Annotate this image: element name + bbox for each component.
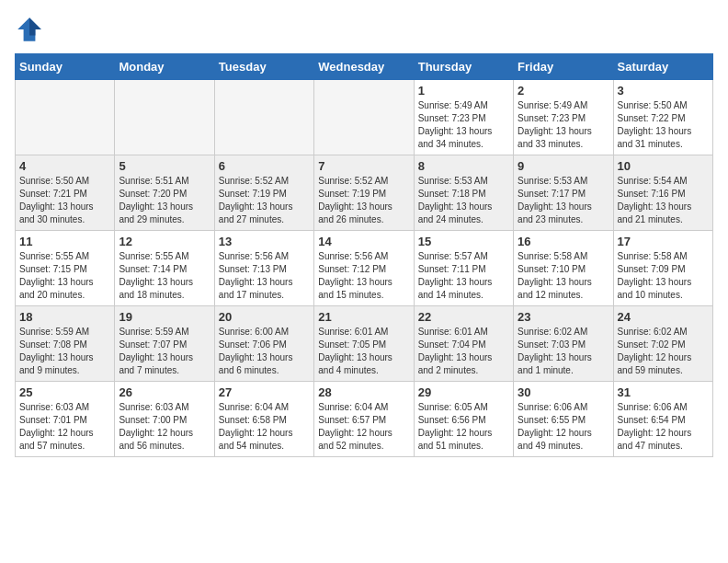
day-info: Sunrise: 5:56 AM Sunset: 7:13 PM Dayligh… bbox=[219, 250, 310, 302]
calendar-cell bbox=[314, 80, 414, 155]
day-number: 10 bbox=[618, 159, 709, 173]
calendar-cell: 9Sunrise: 5:53 AM Sunset: 7:17 PM Daylig… bbox=[514, 155, 613, 231]
calendar-cell: 13Sunrise: 5:56 AM Sunset: 7:13 PM Dayli… bbox=[214, 231, 313, 306]
calendar-cell bbox=[214, 80, 313, 155]
day-info: Sunrise: 6:01 AM Sunset: 7:05 PM Dayligh… bbox=[318, 326, 409, 377]
day-number: 7 bbox=[318, 159, 409, 173]
day-number: 16 bbox=[518, 235, 609, 248]
day-info: Sunrise: 5:59 AM Sunset: 7:07 PM Dayligh… bbox=[119, 326, 210, 377]
day-number: 20 bbox=[219, 310, 310, 324]
svg-marker-1 bbox=[29, 17, 41, 35]
day-number: 4 bbox=[19, 159, 110, 173]
day-info: Sunrise: 5:53 AM Sunset: 7:17 PM Dayligh… bbox=[518, 175, 609, 226]
calendar-cell: 6Sunrise: 5:52 AM Sunset: 7:19 PM Daylig… bbox=[214, 155, 313, 231]
calendar-cell: 10Sunrise: 5:54 AM Sunset: 7:16 PM Dayli… bbox=[613, 155, 712, 231]
calendar-cell: 4Sunrise: 5:50 AM Sunset: 7:21 PM Daylig… bbox=[16, 155, 115, 231]
calendar-cell: 19Sunrise: 5:59 AM Sunset: 7:07 PM Dayli… bbox=[115, 306, 214, 382]
day-info: Sunrise: 5:58 AM Sunset: 7:09 PM Dayligh… bbox=[618, 250, 709, 302]
day-number: 11 bbox=[19, 235, 110, 248]
header-sunday: Sunday bbox=[16, 54, 115, 80]
calendar-cell: 22Sunrise: 6:01 AM Sunset: 7:04 PM Dayli… bbox=[414, 306, 513, 382]
week-row-5: 25Sunrise: 6:03 AM Sunset: 7:01 PM Dayli… bbox=[16, 382, 713, 457]
day-number: 13 bbox=[219, 235, 310, 248]
day-number: 8 bbox=[418, 159, 509, 173]
day-info: Sunrise: 5:52 AM Sunset: 7:19 PM Dayligh… bbox=[219, 175, 310, 226]
calendar-cell: 7Sunrise: 5:52 AM Sunset: 7:19 PM Daylig… bbox=[314, 155, 414, 231]
header-tuesday: Tuesday bbox=[214, 54, 313, 80]
calendar-cell: 16Sunrise: 5:58 AM Sunset: 7:10 PM Dayli… bbox=[514, 231, 613, 306]
calendar-cell: 5Sunrise: 5:51 AM Sunset: 7:20 PM Daylig… bbox=[115, 155, 214, 231]
header-thursday: Thursday bbox=[414, 54, 513, 80]
page-header bbox=[15, 15, 713, 44]
day-number: 22 bbox=[418, 310, 509, 324]
day-info: Sunrise: 5:56 AM Sunset: 7:12 PM Dayligh… bbox=[318, 250, 409, 302]
calendar-cell: 2Sunrise: 5:49 AM Sunset: 7:23 PM Daylig… bbox=[514, 80, 613, 155]
calendar-cell bbox=[16, 80, 115, 155]
header-wednesday: Wednesday bbox=[314, 54, 414, 80]
day-number: 9 bbox=[518, 159, 609, 173]
day-number: 25 bbox=[19, 385, 110, 399]
day-number: 29 bbox=[418, 385, 509, 399]
day-number: 26 bbox=[119, 385, 210, 399]
day-info: Sunrise: 5:54 AM Sunset: 7:16 PM Dayligh… bbox=[618, 175, 709, 226]
calendar-cell: 31Sunrise: 6:06 AM Sunset: 6:54 PM Dayli… bbox=[613, 382, 712, 457]
calendar-cell: 14Sunrise: 5:56 AM Sunset: 7:12 PM Dayli… bbox=[314, 231, 414, 306]
calendar-cell: 18Sunrise: 5:59 AM Sunset: 7:08 PM Dayli… bbox=[16, 306, 115, 382]
calendar-cell: 20Sunrise: 6:00 AM Sunset: 7:06 PM Dayli… bbox=[214, 306, 313, 382]
calendar-cell: 29Sunrise: 6:05 AM Sunset: 6:56 PM Dayli… bbox=[414, 382, 513, 457]
day-info: Sunrise: 6:06 AM Sunset: 6:54 PM Dayligh… bbox=[618, 401, 709, 453]
day-number: 21 bbox=[318, 310, 409, 324]
day-info: Sunrise: 5:55 AM Sunset: 7:14 PM Dayligh… bbox=[119, 250, 210, 302]
logo-icon bbox=[15, 15, 44, 44]
week-row-1: 1Sunrise: 5:49 AM Sunset: 7:23 PM Daylig… bbox=[16, 80, 713, 155]
day-number: 27 bbox=[219, 385, 310, 399]
calendar-table: SundayMondayTuesdayWednesdayThursdayFrid… bbox=[15, 53, 713, 457]
day-info: Sunrise: 5:55 AM Sunset: 7:15 PM Dayligh… bbox=[19, 250, 110, 302]
day-info: Sunrise: 6:01 AM Sunset: 7:04 PM Dayligh… bbox=[418, 326, 509, 377]
day-number: 17 bbox=[618, 235, 709, 248]
day-info: Sunrise: 5:57 AM Sunset: 7:11 PM Dayligh… bbox=[418, 250, 509, 302]
calendar-cell: 24Sunrise: 6:02 AM Sunset: 7:02 PM Dayli… bbox=[613, 306, 712, 382]
calendar-cell: 3Sunrise: 5:50 AM Sunset: 7:22 PM Daylig… bbox=[613, 80, 712, 155]
day-info: Sunrise: 6:03 AM Sunset: 7:00 PM Dayligh… bbox=[119, 401, 210, 453]
day-info: Sunrise: 5:51 AM Sunset: 7:20 PM Dayligh… bbox=[119, 175, 210, 226]
calendar-cell: 23Sunrise: 6:02 AM Sunset: 7:03 PM Dayli… bbox=[514, 306, 613, 382]
day-info: Sunrise: 6:05 AM Sunset: 6:56 PM Dayligh… bbox=[418, 401, 509, 453]
day-number: 24 bbox=[618, 310, 709, 324]
calendar-cell: 25Sunrise: 6:03 AM Sunset: 7:01 PM Dayli… bbox=[16, 382, 115, 457]
calendar-cell: 15Sunrise: 5:57 AM Sunset: 7:11 PM Dayli… bbox=[414, 231, 513, 306]
day-info: Sunrise: 5:59 AM Sunset: 7:08 PM Dayligh… bbox=[19, 326, 110, 377]
day-number: 5 bbox=[119, 159, 210, 173]
day-info: Sunrise: 5:58 AM Sunset: 7:10 PM Dayligh… bbox=[518, 250, 609, 302]
day-info: Sunrise: 6:04 AM Sunset: 6:57 PM Dayligh… bbox=[318, 401, 409, 453]
calendar-cell: 26Sunrise: 6:03 AM Sunset: 7:00 PM Dayli… bbox=[115, 382, 214, 457]
day-number: 18 bbox=[19, 310, 110, 324]
day-number: 23 bbox=[518, 310, 609, 324]
day-number: 12 bbox=[119, 235, 210, 248]
logo bbox=[15, 15, 48, 44]
calendar-cell: 27Sunrise: 6:04 AM Sunset: 6:58 PM Dayli… bbox=[214, 382, 313, 457]
calendar-cell: 12Sunrise: 5:55 AM Sunset: 7:14 PM Dayli… bbox=[115, 231, 214, 306]
calendar-cell: 30Sunrise: 6:06 AM Sunset: 6:55 PM Dayli… bbox=[514, 382, 613, 457]
day-number: 3 bbox=[618, 84, 709, 98]
day-number: 28 bbox=[318, 385, 409, 399]
day-number: 14 bbox=[318, 235, 409, 248]
calendar-cell: 17Sunrise: 5:58 AM Sunset: 7:09 PM Dayli… bbox=[613, 231, 712, 306]
day-number: 1 bbox=[418, 84, 509, 98]
day-info: Sunrise: 6:02 AM Sunset: 7:03 PM Dayligh… bbox=[518, 326, 609, 377]
calendar-cell: 21Sunrise: 6:01 AM Sunset: 7:05 PM Dayli… bbox=[314, 306, 414, 382]
day-number: 2 bbox=[518, 84, 609, 98]
calendar-cell: 28Sunrise: 6:04 AM Sunset: 6:57 PM Dayli… bbox=[314, 382, 414, 457]
day-info: Sunrise: 6:06 AM Sunset: 6:55 PM Dayligh… bbox=[518, 401, 609, 453]
week-row-2: 4Sunrise: 5:50 AM Sunset: 7:21 PM Daylig… bbox=[16, 155, 713, 231]
day-number: 6 bbox=[219, 159, 310, 173]
header-saturday: Saturday bbox=[613, 54, 712, 80]
header-friday: Friday bbox=[514, 54, 613, 80]
week-row-3: 11Sunrise: 5:55 AM Sunset: 7:15 PM Dayli… bbox=[16, 231, 713, 306]
calendar-cell: 11Sunrise: 5:55 AM Sunset: 7:15 PM Dayli… bbox=[16, 231, 115, 306]
day-number: 30 bbox=[518, 385, 609, 399]
calendar-header-row: SundayMondayTuesdayWednesdayThursdayFrid… bbox=[16, 54, 713, 80]
day-info: Sunrise: 6:02 AM Sunset: 7:02 PM Dayligh… bbox=[618, 326, 709, 377]
day-info: Sunrise: 5:50 AM Sunset: 7:22 PM Dayligh… bbox=[618, 99, 709, 151]
day-info: Sunrise: 6:03 AM Sunset: 7:01 PM Dayligh… bbox=[19, 401, 110, 453]
